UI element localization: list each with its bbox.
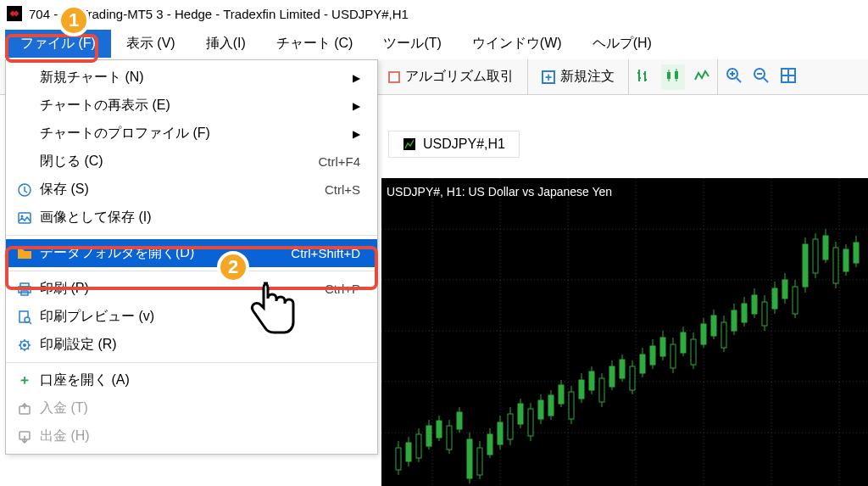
svg-rect-111 bbox=[752, 295, 757, 314]
svg-rect-77 bbox=[579, 380, 584, 399]
symbol-tab-label: USDJPY#,H1 bbox=[423, 137, 505, 152]
svg-rect-43 bbox=[406, 443, 411, 461]
menu-help[interactable]: ヘルプ(H) bbox=[577, 30, 667, 58]
svg-rect-71 bbox=[548, 395, 554, 416]
symbol-tab[interactable]: USDJPY#,H1 bbox=[388, 131, 520, 158]
chevron-right-icon: ▶ bbox=[353, 72, 369, 84]
menu-open-data-folder[interactable]: データフォルダを開く(D) Ctrl+Shift+D bbox=[6, 239, 377, 267]
menu-print[interactable]: 印刷 (P) Ctrl+P bbox=[6, 275, 377, 303]
svg-rect-127 bbox=[833, 248, 838, 283]
menu-view[interactable]: 表示 (V) bbox=[111, 30, 191, 58]
menu-withdraw: 出金 (H) bbox=[6, 422, 377, 450]
print-icon bbox=[14, 281, 35, 298]
menu-chart-profile[interactable]: チャートのプロファイル (F) ▶ bbox=[6, 120, 377, 148]
stop-icon bbox=[388, 71, 400, 83]
svg-rect-69 bbox=[538, 400, 543, 419]
svg-rect-47 bbox=[426, 426, 431, 446]
svg-rect-113 bbox=[762, 302, 767, 326]
menu-print-settings[interactable]: 印刷設定 (R) bbox=[6, 331, 377, 359]
preview-icon bbox=[14, 309, 35, 326]
zoom-in-icon[interactable] bbox=[725, 66, 743, 88]
svg-rect-85 bbox=[620, 360, 625, 378]
menu-save[interactable]: 保存 (S) Ctrl+S bbox=[6, 176, 377, 204]
svg-rect-123 bbox=[813, 239, 818, 273]
svg-rect-87 bbox=[630, 366, 635, 390]
svg-rect-93 bbox=[660, 338, 665, 356]
withdraw-icon bbox=[14, 428, 35, 445]
svg-rect-51 bbox=[447, 426, 452, 450]
line-chart-icon[interactable] bbox=[693, 68, 710, 87]
file-dropdown: 新規チャート (N) ▶ チャートの再表示 (E) ▶ チャートのプロファイル … bbox=[5, 59, 378, 455]
svg-rect-75 bbox=[569, 392, 574, 419]
grid-icon[interactable] bbox=[779, 66, 798, 88]
separator bbox=[6, 271, 377, 271]
candlestick-chart bbox=[381, 178, 868, 486]
plus-icon: ＋ bbox=[14, 372, 35, 389]
image-icon bbox=[14, 209, 35, 226]
svg-rect-83 bbox=[609, 366, 615, 387]
menu-close[interactable]: 閉じる (C) Ctrl+F4 bbox=[6, 148, 377, 176]
svg-rect-45 bbox=[416, 434, 421, 458]
svg-rect-103 bbox=[711, 316, 716, 336]
callout-badge-1: 1 bbox=[58, 4, 90, 36]
menu-new-chart[interactable]: 新規チャート (N) ▶ bbox=[6, 64, 377, 92]
svg-rect-125 bbox=[823, 236, 828, 260]
menu-chart[interactable]: チャート (C) bbox=[261, 30, 369, 58]
svg-line-5 bbox=[737, 78, 741, 82]
menu-save-image[interactable]: 画像として保存 (I) bbox=[6, 204, 377, 232]
zoom-out-icon[interactable] bbox=[752, 66, 771, 88]
svg-rect-95 bbox=[670, 344, 676, 368]
new-order-button[interactable]: + 新規注文 bbox=[535, 64, 621, 89]
svg-rect-81 bbox=[599, 378, 604, 402]
menu-tools[interactable]: ツール(T) bbox=[368, 30, 456, 58]
menu-print-preview[interactable]: 印刷プレビュー (v) bbox=[6, 303, 377, 331]
chevron-right-icon: ▶ bbox=[353, 100, 369, 112]
gear-print-icon bbox=[14, 337, 35, 354]
svg-rect-15 bbox=[19, 213, 31, 223]
new-order-label: 新規注文 bbox=[560, 68, 615, 86]
app-icon bbox=[7, 6, 22, 21]
plus-box-icon: + bbox=[542, 70, 555, 84]
chart-tab-icon bbox=[403, 137, 416, 151]
title-bar: 704 - XMTrading-MT5 3 - Hedge - Tradexfi… bbox=[0, 0, 868, 27]
menu-reshow-chart[interactable]: チャートの再表示 (E) ▶ bbox=[6, 92, 377, 120]
svg-rect-73 bbox=[559, 385, 564, 404]
svg-rect-99 bbox=[691, 339, 696, 365]
svg-rect-57 bbox=[477, 448, 482, 475]
svg-rect-121 bbox=[803, 244, 808, 287]
svg-rect-131 bbox=[854, 243, 859, 263]
svg-line-9 bbox=[764, 78, 768, 82]
menu-file[interactable]: ファイル (F) bbox=[5, 30, 111, 58]
chart-area[interactable]: USDJPY#, H1: US Dollar vs Japanese Yen bbox=[381, 178, 868, 486]
candle-chart-icon[interactable] bbox=[661, 64, 685, 90]
svg-rect-101 bbox=[701, 324, 706, 344]
bar-chart-icon[interactable] bbox=[636, 68, 653, 87]
svg-rect-65 bbox=[518, 404, 523, 424]
menu-window[interactable]: ウインドウ(W) bbox=[457, 30, 577, 58]
svg-rect-49 bbox=[437, 421, 442, 438]
menu-open-account[interactable]: ＋ 口座を開く (A) bbox=[6, 366, 377, 394]
svg-rect-67 bbox=[528, 409, 533, 436]
svg-line-22 bbox=[29, 321, 31, 324]
svg-rect-53 bbox=[457, 412, 462, 429]
symbol-tab-row: USDJPY#,H1 bbox=[381, 127, 868, 161]
svg-rect-97 bbox=[681, 332, 686, 353]
svg-rect-109 bbox=[742, 304, 747, 322]
svg-rect-91 bbox=[650, 346, 655, 365]
deposit-icon bbox=[14, 400, 35, 417]
hand-cursor-icon bbox=[244, 277, 303, 348]
svg-rect-79 bbox=[589, 371, 594, 390]
menu-bar: ファイル (F) 表示 (V) 挿入(I) チャート (C) ツール(T) ウイ… bbox=[0, 27, 868, 59]
svg-rect-89 bbox=[640, 355, 645, 373]
chart-title-label: USDJPY#, H1: US Dollar vs Japanese Yen bbox=[387, 185, 612, 198]
svg-rect-61 bbox=[498, 422, 503, 444]
algo-label: アルゴリズム取引 bbox=[405, 68, 514, 86]
menu-insert[interactable]: 挿入(I) bbox=[191, 30, 261, 58]
svg-rect-18 bbox=[19, 287, 31, 293]
chevron-right-icon: ▶ bbox=[353, 128, 369, 140]
svg-rect-129 bbox=[843, 249, 849, 271]
blank-icon bbox=[14, 70, 35, 87]
blank-icon bbox=[14, 98, 35, 115]
blank-icon bbox=[14, 126, 35, 142]
algo-trading-button[interactable]: アルゴリズム取引 bbox=[381, 64, 520, 89]
